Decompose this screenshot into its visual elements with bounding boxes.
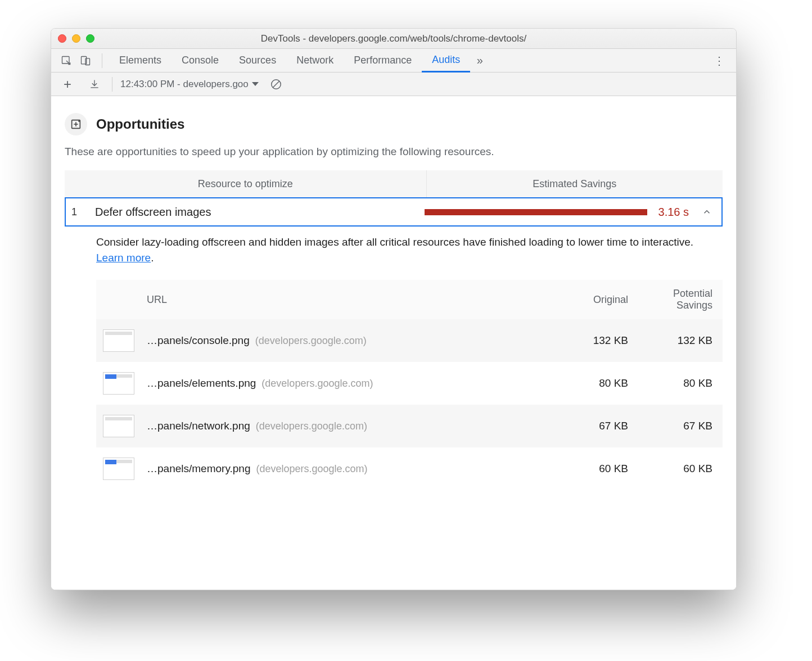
learn-more-link[interactable]: Learn more [96,252,151,264]
opportunities-description: These are opportunities to speed up your… [65,146,723,158]
separator [112,77,112,92]
devtools-tabs-bar: Elements Console Sources Network Perform… [51,49,736,73]
resource-path: …panels/console.png [147,334,250,347]
detail-suffix: . [151,252,154,264]
audit-run-label: 12:43:00 PM - developers.goo [120,79,249,90]
resource-path: …panels/network.png [147,420,250,432]
resource-original: 132 KB [549,334,628,347]
close-window-button[interactable] [58,34,66,43]
resource-potential: 80 KB [628,377,712,390]
opportunity-detail-text: Consider lazy-loading offscreen and hidd… [96,234,723,265]
resource-original: 60 KB [549,463,628,475]
resource-original: 80 KB [549,377,628,390]
inspect-element-icon[interactable] [57,51,76,70]
more-tabs-icon[interactable]: » [470,51,489,70]
resource-potential: 67 KB [628,420,712,432]
col-savings: Estimated Savings [427,170,723,197]
tab-network[interactable]: Network [286,49,344,72]
resource-table: URL Original PotentialSavings …panels/co… [96,280,723,490]
svg-point-6 [78,120,80,122]
download-report-icon[interactable] [85,75,104,94]
minimize-window-button[interactable] [72,34,80,43]
tab-elements[interactable]: Elements [109,49,172,72]
audits-toolbar: + 12:43:00 PM - developers.goo [51,73,736,96]
thumbnail-icon [103,329,134,352]
resource-row[interactable]: …panels/console.png (developers.google.c… [96,319,723,362]
kebab-menu-icon[interactable]: ⋮ [708,54,730,67]
tab-performance[interactable]: Performance [344,49,422,72]
opportunity-index: 1 [71,206,88,218]
opportunity-row[interactable]: 1 Defer offscreen images 3.16 s [65,197,723,227]
resource-row[interactable]: …panels/network.png (developers.google.c… [96,405,723,447]
opportunities-icon [65,113,87,135]
svg-line-4 [273,81,279,87]
window-title: DevTools - developers.google.com/web/too… [51,33,736,44]
zoom-window-button[interactable] [86,34,94,43]
resource-row[interactable]: …panels/memory.png (developers.google.co… [96,447,723,490]
tab-audits[interactable]: Audits [422,49,470,73]
resource-url: …panels/elements.png (developers.google.… [147,377,549,390]
resource-potential: 60 KB [628,463,712,475]
chevron-up-icon[interactable] [700,207,714,217]
tab-sources[interactable]: Sources [229,49,286,72]
resource-host: (developers.google.com) [261,378,373,390]
tab-console[interactable]: Console [172,49,229,72]
opportunity-savings-wrap: 3.16 s [425,206,714,219]
clear-audit-icon[interactable] [267,75,286,94]
traffic-lights [58,34,94,43]
titlebar: DevTools - developers.google.com/web/too… [51,29,736,49]
resource-url: …panels/network.png (developers.google.c… [147,420,549,432]
new-audit-icon[interactable]: + [58,75,77,94]
audit-run-select[interactable]: 12:43:00 PM - developers.goo [120,79,259,90]
resource-url: …panels/memory.png (developers.google.co… [147,463,549,475]
thumbnail-icon [103,372,134,395]
resource-host: (developers.google.com) [255,335,367,347]
thumbnail-icon [103,458,134,480]
opportunity-columns-header: Resource to optimize Estimated Savings [65,170,723,197]
device-toolbar-icon[interactable] [76,51,95,70]
detail-text: Consider lazy-loading offscreen and hidd… [96,236,693,248]
resource-path: …panels/elements.png [147,377,256,390]
thumbnail-icon [103,415,134,437]
col-resource: Resource to optimize [65,170,427,197]
resource-host: (developers.google.com) [256,420,367,432]
opportunities-header: Opportunities [65,113,723,135]
resource-row[interactable]: …panels/elements.png (developers.google.… [96,362,723,405]
col-potential: PotentialSavings [628,288,712,312]
resource-host: (developers.google.com) [256,463,367,475]
col-url: URL [147,294,549,306]
opportunities-title: Opportunities [96,116,184,132]
col-original: Original [549,294,628,306]
savings-bar [425,209,647,215]
resource-potential: 132 KB [628,334,712,347]
resource-table-header: URL Original PotentialSavings [96,280,723,319]
devtools-window: DevTools - developers.google.com/web/too… [51,28,737,590]
opportunity-name: Defer offscreen images [88,206,425,219]
resource-url: …panels/console.png (developers.google.c… [147,334,549,347]
audit-content: Opportunities These are opportunities to… [51,96,736,590]
savings-value: 3.16 s [658,206,689,219]
resource-original: 67 KB [549,420,628,432]
separator [102,53,102,68]
opportunity-detail: Consider lazy-loading offscreen and hidd… [65,234,723,490]
resource-path: …panels/memory.png [147,463,250,475]
dropdown-triangle-icon [252,82,259,86]
